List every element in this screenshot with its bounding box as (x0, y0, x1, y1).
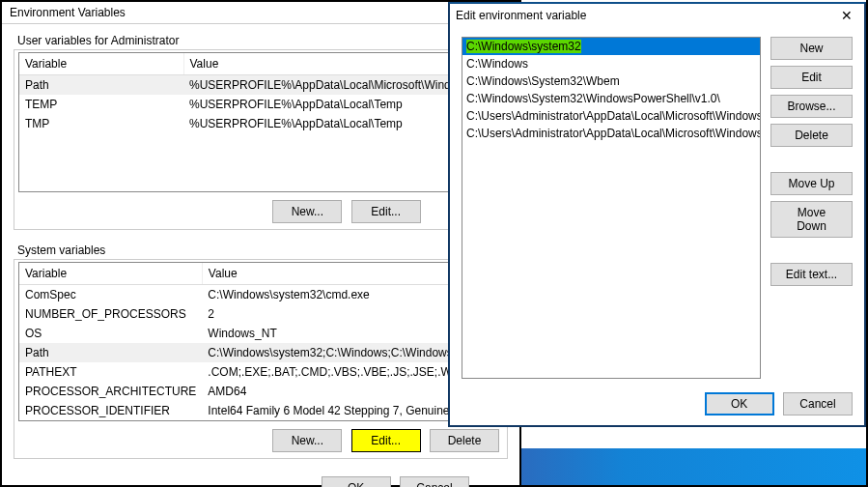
table-row[interactable]: TEMP%USERPROFILE%\AppData\Local\Temp (19, 95, 502, 114)
system-edit-button[interactable]: Edit... (351, 429, 421, 452)
var-cell: Path (19, 343, 202, 362)
move-up-button[interactable]: Move Up (770, 172, 853, 195)
browse-button[interactable]: Browse... (770, 95, 853, 118)
env-ok-button[interactable]: OK (322, 476, 391, 487)
var-cell: PROCESSOR_IDENTIFIER (19, 401, 202, 420)
var-cell: Path (19, 75, 183, 96)
dialog-title: Edit environment variable (456, 9, 835, 22)
table-row[interactable]: Path%USERPROFILE%\AppData\Local\Microsof… (19, 75, 502, 96)
dialog-title: Environment Variables (2, 2, 519, 24)
path-item[interactable]: C:\Windows\System32\Wbem (462, 72, 760, 90)
environment-variables-dialog: Environment Variables User variables for… (0, 0, 521, 487)
edit-text-button[interactable]: Edit text... (770, 263, 853, 286)
system-vars-label: System variables (14, 240, 508, 259)
system-vars-group: Variable Value ComSpecC:\Windows\system3… (14, 259, 508, 459)
path-item[interactable]: C:\Windows\system32 (462, 38, 760, 55)
var-cell: TMP (19, 114, 183, 133)
side-buttons: New Edit Browse... Delete Move Up Move D… (770, 37, 853, 379)
close-icon[interactable]: ✕ (835, 8, 858, 23)
var-cell: ComSpec (19, 285, 202, 305)
var-cell: TEMP (19, 95, 183, 114)
path-item[interactable]: C:\Users\Administrator\AppData\Local\Mic… (462, 125, 760, 142)
var-cell: PROCESSOR_ARCHITECTURE (19, 382, 202, 401)
system-delete-button[interactable]: Delete (430, 429, 499, 452)
user-vars-label: User variables for Administrator (14, 30, 508, 49)
taskbar (521, 448, 868, 487)
ok-button[interactable]: OK (705, 392, 774, 415)
var-cell: PATHEXT (19, 362, 202, 382)
edit-env-var-dialog: Edit environment variable ✕ C:\Windows\s… (448, 2, 866, 427)
user-edit-button[interactable]: Edit... (351, 200, 421, 223)
path-item[interactable]: C:\Users\Administrator\AppData\Local\Mic… (462, 107, 760, 125)
col-variable[interactable]: Variable (19, 263, 202, 285)
user-vars-table[interactable]: Variable Value Path%USERPROFILE%\AppData… (18, 52, 503, 192)
new-button[interactable]: New (770, 37, 853, 60)
user-vars-group: Variable Value Path%USERPROFILE%\AppData… (14, 49, 508, 230)
env-cancel-button[interactable]: Cancel (400, 476, 469, 487)
system-new-button[interactable]: New... (272, 429, 342, 452)
edit-button[interactable]: Edit (770, 66, 853, 89)
col-variable[interactable]: Variable (19, 53, 183, 75)
cancel-button[interactable]: Cancel (783, 392, 853, 415)
delete-button[interactable]: Delete (770, 124, 853, 147)
path-item[interactable]: C:\Windows (462, 55, 760, 72)
titlebar[interactable]: Edit environment variable ✕ (450, 4, 864, 27)
table-row[interactable]: TMP%USERPROFILE%\AppData\Local\Temp (19, 114, 502, 133)
system-vars-table[interactable]: Variable Value ComSpecC:\Windows\system3… (18, 262, 503, 421)
path-list[interactable]: C:\Windows\system32C:\WindowsC:\Windows\… (462, 37, 761, 379)
user-new-button[interactable]: New... (272, 200, 342, 223)
var-cell: NUMBER_OF_PROCESSORS (19, 304, 202, 324)
path-item[interactable]: C:\Windows\System32\WindowsPowerShell\v1… (462, 90, 760, 107)
move-down-button[interactable]: Move Down (770, 201, 853, 238)
var-cell: OS (19, 324, 202, 343)
